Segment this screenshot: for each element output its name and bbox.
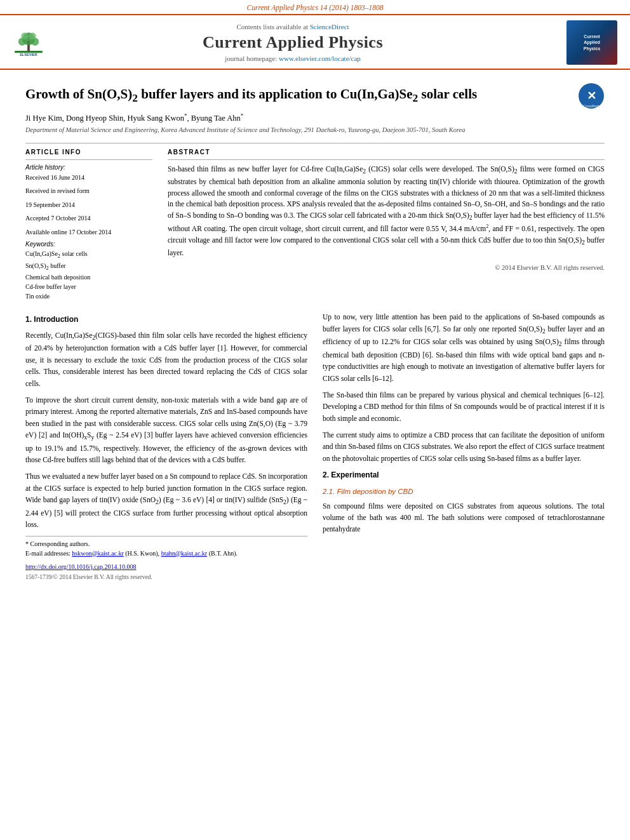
journal-homepage-link[interactable]: www.elsevier.com/locate/cap <box>279 55 361 62</box>
history-label: Article history: <box>25 164 152 171</box>
logo-line2: Applied <box>584 39 600 45</box>
doi-line: http://dx.doi.org/10.1016/j.cap.2014.10.… <box>25 562 307 572</box>
article-info-block: Article history: Received 16 June 2014 R… <box>25 159 152 301</box>
intro-para-2: To improve the short circuit current den… <box>25 394 307 466</box>
article-info-column: ARTICLE INFO Article history: Received 1… <box>25 149 152 301</box>
crossmark-icon[interactable]: ✕ CrossMark <box>578 83 605 109</box>
keyword-1: Cu(In,Ga)Se2 solar cells <box>25 249 152 260</box>
abstract-text: Sn-based thin films as new buffer layer … <box>168 164 605 259</box>
abstract-label: ABSTRACT <box>168 149 605 156</box>
homepage-url: www.elsevier.com/locate/cap <box>279 55 361 62</box>
revised-label: Received in revised form <box>25 186 152 196</box>
email-link-2[interactable]: btahn@kaist.ac.kr <box>161 550 208 557</box>
body-col-left: 1. Introduction Recently, Cu(In,Ga)Se2(C… <box>25 311 307 582</box>
journal-header: ELSEVIER Contents lists available at Sci… <box>0 15 630 70</box>
copyright-notice: © 2014 Elsevier B.V. All rights reserved… <box>168 264 605 271</box>
journal-logo-right: Current Applied Physics <box>541 20 617 65</box>
affiliation: Department of Material Science and Engin… <box>25 126 605 135</box>
sciencedirect-link[interactable]: ScienceDirect <box>310 23 349 30</box>
abstract-block: Sn-based thin films as new buffer layer … <box>168 159 605 271</box>
available-date: Available online 17 October 2014 <box>25 227 152 237</box>
intro-right-para-3: The current study aims to optimize a CBD… <box>323 429 605 464</box>
logo-line1: Current <box>584 34 600 39</box>
keywords-label: Keywords: <box>25 241 152 248</box>
revised-date: 19 September 2014 <box>25 200 152 210</box>
affiliation-text: Department of Material Science and Engin… <box>25 126 466 133</box>
section1-heading: 1. Introduction <box>25 314 307 326</box>
svg-point-5 <box>21 32 28 39</box>
homepage-label: journal homepage: <box>225 55 277 62</box>
journal-logo-box: Current Applied Physics <box>566 20 617 65</box>
svg-text:CrossMark: CrossMark <box>583 104 600 108</box>
doi-link[interactable]: http://dx.doi.org/10.1016/j.cap.2014.10.… <box>25 563 137 570</box>
body-col-right: Up to now, very little attention has bee… <box>323 311 605 582</box>
intro-right-para-1: Up to now, very little attention has bee… <box>323 311 605 384</box>
contents-available-line: Contents lists available at ScienceDirec… <box>44 23 541 30</box>
sciencedirect-text: ScienceDirect <box>310 23 349 30</box>
section2-1-heading: 2.1. Film deposition by CBD <box>323 486 605 498</box>
contents-label: Contents lists available at <box>236 23 308 30</box>
doi-text: http://dx.doi.org/10.1016/j.cap.2014.10.… <box>25 563 137 570</box>
title-row: Growth of Sn(O,S)2 buffer layers and its… <box>25 80 605 112</box>
email-link-1[interactable]: hskwon@kaist.ac.kr <box>72 550 123 557</box>
corresponding-footnote: * Corresponding authors. <box>25 539 307 549</box>
journal-title: Current Applied Physics <box>44 33 541 52</box>
abstract-column: ABSTRACT Sn-based thin films as new buff… <box>168 149 605 301</box>
footnote-area: * Corresponding authors. E-mail addresse… <box>25 536 307 582</box>
keyword-5: Tin oxide <box>25 291 152 301</box>
journal-homepage-line: journal homepage: www.elsevier.com/locat… <box>44 55 541 62</box>
keyword-2: Sn(O,S)2 buffer <box>25 261 152 272</box>
journal-citation-text: Current Applied Physics 14 (2014) 1803–1… <box>247 4 384 11</box>
body-two-col: 1. Introduction Recently, Cu(In,Ga)Se2(C… <box>25 311 605 582</box>
svg-point-6 <box>29 32 36 39</box>
section2-heading: 2. Experimental <box>323 469 605 481</box>
issn-line: 1567-1739/© 2014 Elsevier B.V. All right… <box>25 573 307 582</box>
journal-header-center: Contents lists available at ScienceDirec… <box>44 23 541 62</box>
article-meta-section: ARTICLE INFO Article history: Received 1… <box>25 149 605 301</box>
intro-para-3: Thus we evaluated a new buffer layer bas… <box>25 470 307 530</box>
email-footnote: E-mail addresses: hskwon@kaist.ac.kr (H.… <box>25 549 307 558</box>
svg-text:✕: ✕ <box>587 90 596 102</box>
main-content: Growth of Sn(O,S)2 buffer layers and its… <box>0 70 630 595</box>
elsevier-emblem-icon: ELSEVIER <box>13 29 44 57</box>
article-info-label: ARTICLE INFO <box>25 149 152 156</box>
intro-para-1: Recently, Cu(In,Ga)Se2(CIGS)-based thin … <box>25 330 307 389</box>
received-date: Received 16 June 2014 <box>25 173 152 183</box>
svg-text:ELSEVIER: ELSEVIER <box>20 53 37 57</box>
intro-right-para-2: The Sn-based thin films can be prepared … <box>323 389 605 424</box>
authors: Ji Hye Kim, Dong Hyeop Shin, Hyuk Sang K… <box>25 112 605 123</box>
logo-line3: Physics <box>584 46 600 51</box>
divider-1 <box>25 143 605 143</box>
paper-title-text: Growth of Sn(O,S)2 buffer layers and its… <box>25 86 477 102</box>
body-content: 1. Introduction Recently, Cu(In,Ga)Se2(C… <box>25 311 605 582</box>
authors-text: Ji Hye Kim, Dong Hyeop Shin, Hyuk Sang K… <box>25 114 243 123</box>
elsevier-logo-area: ELSEVIER <box>13 29 44 57</box>
keyword-4: Cd-free buffer layer <box>25 282 152 291</box>
paper-title: Growth of Sn(O,S)2 buffer layers and its… <box>25 85 477 106</box>
section2-para-1: Sn compound films were deposited on CIGS… <box>323 500 605 535</box>
accepted-date: Accepted 7 October 2014 <box>25 213 152 223</box>
journal-citation-bar: Current Applied Physics 14 (2014) 1803–1… <box>0 0 630 15</box>
keyword-3: Chemical bath deposition <box>25 272 152 282</box>
